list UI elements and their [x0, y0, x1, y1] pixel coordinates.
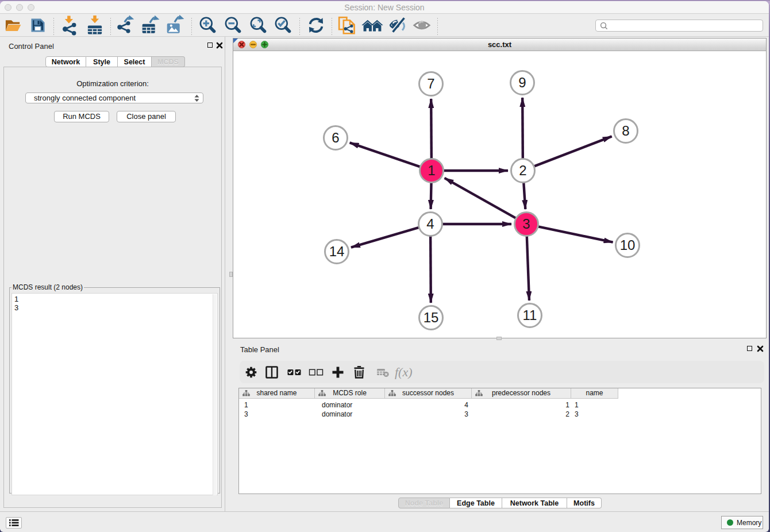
svg-text:f(x): f(x): [395, 365, 413, 379]
svg-text:10: 10: [620, 237, 636, 253]
svg-text:15: 15: [424, 310, 439, 325]
svg-text:8: 8: [622, 123, 629, 138]
svg-text:11: 11: [523, 307, 537, 323]
svg-text:2: 2: [519, 163, 526, 178]
svg-text:14: 14: [329, 244, 345, 259]
svg-text:7: 7: [427, 76, 434, 91]
svg-text:3: 3: [522, 216, 530, 232]
svg-text:6: 6: [332, 130, 339, 145]
svg-text:1: 1: [428, 163, 435, 178]
svg-text:4: 4: [426, 216, 434, 232]
svg-text:9: 9: [518, 75, 526, 90]
